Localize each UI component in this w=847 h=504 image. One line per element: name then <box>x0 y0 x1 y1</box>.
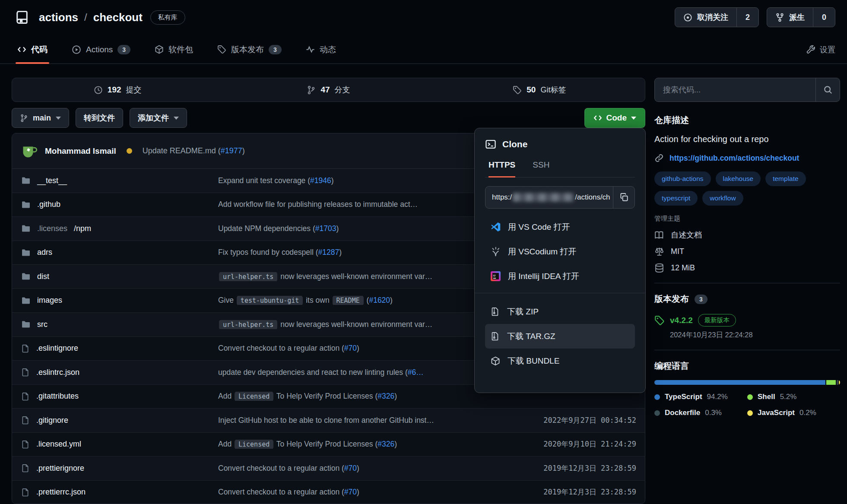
entry-name[interactable]: src <box>37 320 48 329</box>
entry-name[interactable]: .prettierignore <box>36 464 84 473</box>
manage-topics-link[interactable]: 管理主题 <box>654 215 840 223</box>
table-row[interactable]: .gitignoreInject GitHub host to be able … <box>12 409 645 433</box>
commit-message-cell[interactable]: Convert checkout to a regular action (#7… <box>218 344 515 353</box>
entry-name[interactable]: .prettierrc.json <box>36 488 86 497</box>
commit-message-cell[interactable]: Add Licensed To Help Verify Prod License… <box>218 440 515 449</box>
commit-message-cell[interactable]: Fix typos found by codespell (#1287) <box>218 248 515 257</box>
commit-status-dot[interactable] <box>127 148 132 154</box>
file-name-cell[interactable]: .licensed.yml <box>12 440 218 449</box>
commit-message-cell[interactable]: Add workflow file for publishing release… <box>218 200 515 209</box>
file-name-cell[interactable]: .prettierrc.json <box>12 488 218 497</box>
watch-count[interactable]: 2 <box>736 8 758 27</box>
topic-pill[interactable]: template <box>765 171 806 186</box>
tab-activity[interactable]: 动态 <box>306 35 336 63</box>
unwatch-button[interactable]: 取消关注 2 <box>675 7 759 27</box>
commit-message-cell[interactable]: Add Licensed To Help Verify Prod License… <box>218 392 515 401</box>
tab-packages[interactable]: 软件包 <box>155 35 193 63</box>
clone-menu-item-zip-highlighted[interactable]: 下载 TAR.GZ <box>485 324 635 349</box>
table-row[interactable]: .prettierrc.jsonConvert checkout to a re… <box>12 481 645 504</box>
language-legend-item[interactable]: Dockerfile0.3% <box>654 409 747 417</box>
entry-name[interactable]: __test__ <box>37 176 67 185</box>
clone-menu-item-vscode[interactable]: 用 VS Code 打开 <box>485 215 635 239</box>
readme-link[interactable]: 自述文档 <box>654 230 840 240</box>
release-version-link[interactable]: v4.2.2 <box>670 316 693 325</box>
folder-name-cell[interactable]: .licenses/npm <box>12 224 218 233</box>
pr-link[interactable]: #1703 <box>315 224 336 233</box>
commit-message[interactable]: Update README.md (#1977) <box>143 146 245 155</box>
add-file-button[interactable]: 添加文件 <box>130 108 187 128</box>
entry-name[interactable]: .eslintrc.json <box>36 368 79 377</box>
tab-https[interactable]: HTTPS <box>489 160 515 178</box>
clone-url-field[interactable]: https://actions/ch <box>485 187 613 208</box>
language-legend-item[interactable]: Shell5.2% <box>747 393 840 401</box>
language-legend-item[interactable]: JavaScript0.2% <box>747 409 840 417</box>
entry-name[interactable]: .gitignore <box>36 416 68 425</box>
commit-message-cell[interactable]: Give test-ubuntu-git its own README (#16… <box>218 296 515 305</box>
tab-ssh[interactable]: SSH <box>533 160 549 177</box>
file-name-cell[interactable]: .eslintrc.json <box>12 368 218 377</box>
breadcrumb-owner[interactable]: actions <box>39 11 78 24</box>
pr-link[interactable]: #1977 <box>221 146 242 155</box>
folder-name-cell[interactable]: src <box>12 320 218 329</box>
author-avatar[interactable] <box>21 143 38 160</box>
commit-message-cell[interactable]: Inject GitHub host to be able to clone f… <box>218 416 515 425</box>
search-button[interactable] <box>815 78 840 101</box>
pr-link[interactable]: #6… <box>408 368 424 377</box>
folder-name-cell[interactable]: images <box>12 296 218 305</box>
file-name-cell[interactable]: .prettierignore <box>12 463 218 473</box>
language-legend-item[interactable]: TypeScript94.2% <box>654 393 747 401</box>
folder-name-cell[interactable]: __test__ <box>12 176 218 185</box>
language-bar[interactable] <box>654 380 840 385</box>
entry-name[interactable]: .licensed.yml <box>36 440 81 449</box>
entry-name[interactable]: dist <box>37 272 49 281</box>
tab-actions[interactable]: Actions 3 <box>72 35 130 63</box>
entry-name[interactable]: /npm <box>74 224 91 233</box>
entry-name[interactable]: adrs <box>37 248 52 257</box>
table-row[interactable]: .licensed.ymlAdd Licensed To Help Verify… <box>12 433 645 457</box>
folder-name-cell[interactable]: dist <box>12 272 218 281</box>
license-link[interactable]: MIT <box>654 247 840 257</box>
pr-link[interactable]: #1946 <box>310 176 331 185</box>
commit-message-cell[interactable]: Convert checkout to a regular action (#7… <box>218 488 515 497</box>
clone-menu-item-zip[interactable]: 下载 ZIP <box>485 299 635 324</box>
file-name-cell[interactable]: .eslintignore <box>12 344 218 353</box>
goto-file-button[interactable]: 转到文件 <box>76 108 123 128</box>
commit-message-cell[interactable]: Convert checkout to a regular action (#7… <box>218 464 515 473</box>
commit-author[interactable]: Mohammad Ismail <box>45 146 116 156</box>
branches-stat[interactable]: 47分支 <box>223 78 434 101</box>
pr-link[interactable]: #70 <box>344 488 357 496</box>
clone-menu-item-vscodium[interactable]: 用 VSCodium 打开 <box>485 239 635 264</box>
commit-message-cell[interactable]: Update NPM dependencies (#1703) <box>218 224 515 233</box>
folder-name-cell[interactable]: adrs <box>12 248 218 257</box>
tags-stat[interactable]: 50Git标签 <box>434 78 645 101</box>
pr-link[interactable]: #1620 <box>369 296 390 304</box>
pr-link[interactable]: #70 <box>344 464 357 472</box>
repo-website-link[interactable]: https://github.com/actions/checkout <box>669 154 799 163</box>
copy-url-button[interactable] <box>613 187 634 208</box>
entry-name[interactable]: images <box>37 296 62 305</box>
topic-pill[interactable]: lakehouse <box>716 171 761 186</box>
commit-message-cell[interactable]: url-helper.ts now leverages well-known e… <box>218 272 515 281</box>
tab-releases[interactable]: 版本发布 3 <box>217 35 282 63</box>
commits-stat[interactable]: 192提交 <box>12 78 223 101</box>
pr-link[interactable]: #326 <box>378 392 394 400</box>
entry-name[interactable]: .gitattributes <box>36 392 79 401</box>
entry-name[interactable]: .github <box>37 200 60 209</box>
branch-selector[interactable]: main <box>12 108 69 128</box>
clone-menu-item-bundle[interactable]: 下载 BUNDLE <box>485 349 635 373</box>
clone-menu-item-idea[interactable]: IJ用 Intellij IDEA 打开 <box>485 264 635 288</box>
commit-message-cell[interactable]: update dev dependencies and react to new… <box>218 368 515 377</box>
topic-pill[interactable]: github-actions <box>654 171 711 186</box>
breadcrumb-repo[interactable]: checkout <box>93 11 143 24</box>
pr-link[interactable]: #70 <box>344 344 357 352</box>
topic-pill[interactable]: typescript <box>654 191 698 206</box>
table-row[interactable]: .prettierignoreConvert checkout to a reg… <box>12 456 645 481</box>
code-dropdown-button[interactable]: Code <box>584 108 646 128</box>
fork-count[interactable]: 0 <box>813 8 835 27</box>
file-name-cell[interactable]: .gitignore <box>12 415 218 425</box>
pr-link[interactable]: #1287 <box>318 248 339 257</box>
file-name-cell[interactable]: .gitattributes <box>12 392 218 401</box>
pr-link[interactable]: #326 <box>378 440 394 448</box>
commit-message-cell[interactable]: url-helper.ts now leverages well-known e… <box>218 320 515 329</box>
tab-settings[interactable]: 设置 <box>806 44 835 55</box>
